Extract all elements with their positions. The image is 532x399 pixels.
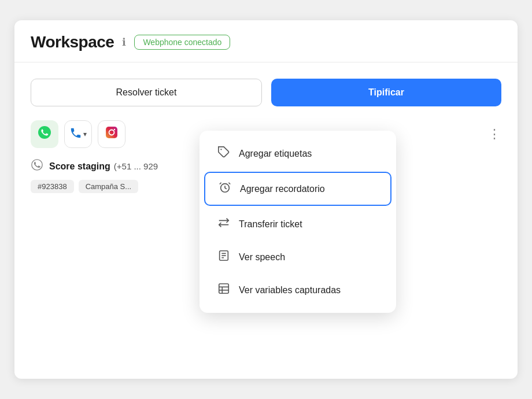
menu-item-agregar-recordatorio[interactable]: Agregar recordatorio	[204, 172, 391, 206]
menu-item-transferir-ticket[interactable]: Transferir ticket	[204, 208, 391, 240]
contact-number: (+51 ... 929	[114, 161, 158, 171]
tag-icon	[217, 146, 231, 161]
menu-label-agregar-recordatorio: Agregar recordatorio	[240, 184, 325, 194]
tag-campaign: Campaña S...	[79, 180, 139, 193]
svg-rect-1	[106, 127, 117, 138]
resolver-ticket-button[interactable]: Resolver ticket	[31, 79, 262, 106]
menu-item-ver-speech[interactable]: Ver speech	[204, 241, 391, 273]
speech-icon	[217, 249, 231, 265]
menu-label-agregar-etiquetas: Agregar etiquetas	[239, 149, 312, 159]
main-card: Workspace ℹ Webphone conectado Resolver …	[14, 20, 518, 379]
variables-icon	[217, 282, 231, 298]
instagram-channel-button[interactable]	[98, 120, 125, 148]
svg-rect-11	[219, 284, 229, 294]
action-buttons: Resolver ticket Tipificar	[31, 79, 501, 106]
tipificar-button[interactable]: Tipificar	[271, 79, 501, 106]
info-icon[interactable]: ℹ	[122, 36, 126, 49]
alarm-icon	[218, 181, 232, 197]
instagram-icon	[105, 125, 119, 143]
contact-name: Score staging (+51 ... 929	[49, 161, 158, 172]
tag-ticket-number: #923838	[31, 180, 74, 193]
dropdown-menu: Agregar etiquetas Agregar recordatorio	[200, 131, 396, 313]
contact-whatsapp-icon	[31, 158, 43, 174]
menu-label-ver-speech: Ver speech	[239, 252, 285, 263]
menu-label-ver-variables: Ver variables capturadas	[239, 285, 341, 295]
whatsapp-channel-button[interactable]	[31, 120, 58, 148]
menu-item-agregar-etiquetas[interactable]: Agregar etiquetas	[204, 138, 391, 169]
svg-point-0	[38, 126, 51, 139]
svg-point-3	[114, 129, 115, 130]
page-title: Workspace	[31, 33, 114, 51]
more-options-button[interactable]: ⋮	[488, 127, 501, 142]
menu-item-ver-variables[interactable]: Ver variables capturadas	[204, 274, 391, 306]
phone-dropdown-chevron: ▾	[83, 130, 87, 138]
transfer-icon	[217, 216, 231, 232]
phone-channel-button[interactable]: ▾	[64, 120, 92, 148]
whatsapp-icon	[38, 125, 51, 143]
header: Workspace ℹ Webphone conectado	[14, 20, 518, 62]
main-content: Resolver ticket Tipificar ▾	[14, 62, 518, 205]
svg-point-4	[32, 160, 42, 170]
menu-label-transferir-ticket: Transferir ticket	[239, 219, 302, 230]
webphone-badge: Webphone conectado	[134, 35, 230, 50]
phone-icon	[69, 127, 82, 142]
